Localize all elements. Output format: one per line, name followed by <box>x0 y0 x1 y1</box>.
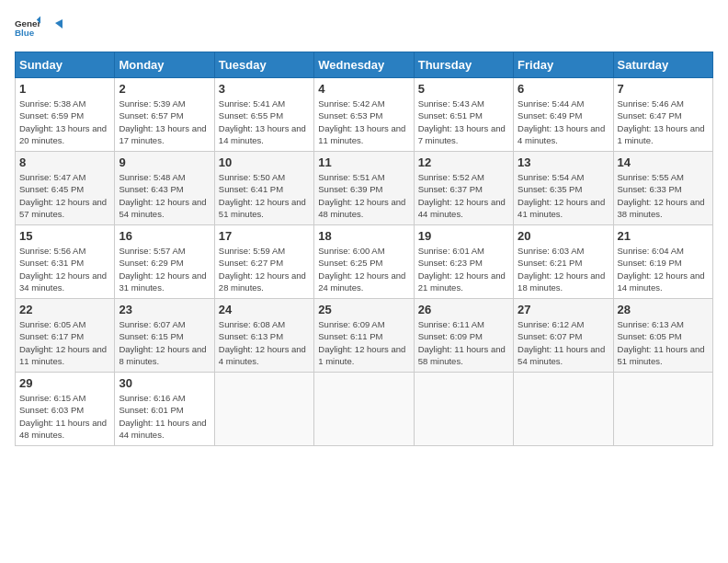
day-cell: 5 Sunrise: 5:43 AM Sunset: 6:51 PM Dayli… <box>414 78 513 152</box>
day-info: Sunrise: 6:13 AM Sunset: 6:05 PM Dayligh… <box>618 318 709 367</box>
header-cell-tuesday: Tuesday <box>214 52 313 78</box>
day-cell: 30 Sunrise: 6:16 AM Sunset: 6:01 PM Dayl… <box>115 373 214 446</box>
day-number: 19 <box>418 229 509 243</box>
day-number: 5 <box>418 82 509 96</box>
day-info: Sunrise: 5:39 AM Sunset: 6:57 PM Dayligh… <box>119 98 210 146</box>
logo-bird-icon <box>46 19 63 36</box>
day-number: 10 <box>219 155 310 169</box>
day-cell: 25 Sunrise: 6:09 AM Sunset: 6:11 PM Dayl… <box>314 299 414 373</box>
day-cell: 8 Sunrise: 5:47 AM Sunset: 6:45 PM Dayli… <box>16 152 115 225</box>
day-cell: 6 Sunrise: 5:44 AM Sunset: 6:49 PM Dayli… <box>514 78 613 152</box>
header-cell-wednesday: Wednesday <box>314 52 414 78</box>
day-info: Sunrise: 5:43 AM Sunset: 6:51 PM Dayligh… <box>418 98 509 146</box>
day-info: Sunrise: 6:11 AM Sunset: 6:09 PM Dayligh… <box>418 318 509 367</box>
day-number: 17 <box>219 229 310 243</box>
day-cell: 17 Sunrise: 5:59 AM Sunset: 6:27 PM Dayl… <box>214 225 313 299</box>
day-cell: 26 Sunrise: 6:11 AM Sunset: 6:09 PM Dayl… <box>414 299 513 373</box>
day-number: 13 <box>518 155 609 169</box>
day-info: Sunrise: 5:46 AM Sunset: 6:47 PM Dayligh… <box>618 98 709 146</box>
day-cell: 12 Sunrise: 5:52 AM Sunset: 6:37 PM Dayl… <box>414 152 513 225</box>
header-row: SundayMondayTuesdayWednesdayThursdayFrid… <box>16 52 713 78</box>
day-info: Sunrise: 6:03 AM Sunset: 6:21 PM Dayligh… <box>518 245 609 293</box>
day-cell: 18 Sunrise: 6:00 AM Sunset: 6:25 PM Dayl… <box>314 225 414 299</box>
day-number: 2 <box>119 82 210 96</box>
day-cell <box>514 373 613 446</box>
svg-text:General: General <box>15 18 40 29</box>
day-cell: 3 Sunrise: 5:41 AM Sunset: 6:55 PM Dayli… <box>214 78 313 152</box>
header: General Blue <box>15 15 713 40</box>
day-cell: 11 Sunrise: 5:51 AM Sunset: 6:39 PM Dayl… <box>314 152 414 225</box>
day-cell: 19 Sunrise: 6:01 AM Sunset: 6:23 PM Dayl… <box>414 225 513 299</box>
day-info: Sunrise: 5:51 AM Sunset: 6:39 PM Dayligh… <box>318 171 409 220</box>
week-row-3: 15 Sunrise: 5:56 AM Sunset: 6:31 PM Dayl… <box>16 225 713 299</box>
day-number: 22 <box>19 303 110 316</box>
day-info: Sunrise: 5:50 AM Sunset: 6:41 PM Dayligh… <box>219 171 310 220</box>
day-number: 11 <box>318 155 409 169</box>
day-number: 29 <box>19 376 110 390</box>
day-number: 30 <box>119 376 210 390</box>
day-number: 1 <box>19 82 110 96</box>
day-cell: 23 Sunrise: 6:07 AM Sunset: 6:15 PM Dayl… <box>115 299 214 373</box>
day-cell: 22 Sunrise: 6:05 AM Sunset: 6:17 PM Dayl… <box>16 299 115 373</box>
day-info: Sunrise: 6:01 AM Sunset: 6:23 PM Dayligh… <box>418 245 509 293</box>
day-cell: 28 Sunrise: 6:13 AM Sunset: 6:05 PM Dayl… <box>613 299 712 373</box>
day-cell <box>414 373 513 446</box>
day-number: 23 <box>119 303 210 316</box>
day-info: Sunrise: 5:41 AM Sunset: 6:55 PM Dayligh… <box>219 98 310 146</box>
day-info: Sunrise: 5:38 AM Sunset: 6:59 PM Dayligh… <box>19 98 110 146</box>
day-number: 3 <box>219 82 310 96</box>
day-number: 25 <box>318 303 409 316</box>
logo-icon: General Blue <box>15 15 40 40</box>
day-number: 24 <box>219 303 310 316</box>
day-number: 8 <box>19 155 110 169</box>
day-info: Sunrise: 5:48 AM Sunset: 6:43 PM Dayligh… <box>119 171 210 220</box>
day-info: Sunrise: 5:55 AM Sunset: 6:33 PM Dayligh… <box>618 171 709 220</box>
day-info: Sunrise: 5:42 AM Sunset: 6:53 PM Dayligh… <box>318 98 409 146</box>
day-cell: 24 Sunrise: 6:08 AM Sunset: 6:13 PM Dayl… <box>214 299 313 373</box>
day-number: 4 <box>318 82 409 96</box>
header-cell-thursday: Thursday <box>414 52 513 78</box>
day-number: 9 <box>119 155 210 169</box>
week-row-5: 29 Sunrise: 6:15 AM Sunset: 6:03 PM Dayl… <box>16 373 713 446</box>
day-cell: 21 Sunrise: 6:04 AM Sunset: 6:19 PM Dayl… <box>613 225 712 299</box>
header-cell-saturday: Saturday <box>613 52 712 78</box>
calendar-table: SundayMondayTuesdayWednesdayThursdayFrid… <box>15 52 713 446</box>
day-cell: 20 Sunrise: 6:03 AM Sunset: 6:21 PM Dayl… <box>514 225 613 299</box>
svg-text:Blue: Blue <box>15 28 35 38</box>
day-cell: 2 Sunrise: 5:39 AM Sunset: 6:57 PM Dayli… <box>115 78 214 152</box>
day-cell <box>214 373 313 446</box>
day-cell <box>613 373 712 446</box>
day-number: 14 <box>618 155 709 169</box>
day-cell: 10 Sunrise: 5:50 AM Sunset: 6:41 PM Dayl… <box>214 152 313 225</box>
day-cell: 7 Sunrise: 5:46 AM Sunset: 6:47 PM Dayli… <box>613 78 712 152</box>
week-row-1: 1 Sunrise: 5:38 AM Sunset: 6:59 PM Dayli… <box>16 78 713 152</box>
logo: General Blue <box>15 15 63 40</box>
day-info: Sunrise: 6:07 AM Sunset: 6:15 PM Dayligh… <box>119 318 210 367</box>
week-row-2: 8 Sunrise: 5:47 AM Sunset: 6:45 PM Dayli… <box>16 152 713 225</box>
header-cell-friday: Friday <box>514 52 613 78</box>
header-cell-monday: Monday <box>115 52 214 78</box>
day-info: Sunrise: 5:59 AM Sunset: 6:27 PM Dayligh… <box>219 245 310 293</box>
day-number: 21 <box>618 229 709 243</box>
day-cell: 27 Sunrise: 6:12 AM Sunset: 6:07 PM Dayl… <box>514 299 613 373</box>
day-number: 6 <box>518 82 609 96</box>
header-cell-sunday: Sunday <box>16 52 115 78</box>
day-info: Sunrise: 5:57 AM Sunset: 6:29 PM Dayligh… <box>119 245 210 293</box>
day-cell: 4 Sunrise: 5:42 AM Sunset: 6:53 PM Dayli… <box>314 78 414 152</box>
day-info: Sunrise: 5:52 AM Sunset: 6:37 PM Dayligh… <box>418 171 509 220</box>
day-cell: 1 Sunrise: 5:38 AM Sunset: 6:59 PM Dayli… <box>16 78 115 152</box>
svg-marker-3 <box>55 19 63 29</box>
day-number: 15 <box>19 229 110 243</box>
day-number: 26 <box>418 303 509 316</box>
day-info: Sunrise: 6:15 AM Sunset: 6:03 PM Dayligh… <box>19 392 110 441</box>
day-number: 28 <box>618 303 709 316</box>
day-number: 12 <box>418 155 509 169</box>
day-info: Sunrise: 5:56 AM Sunset: 6:31 PM Dayligh… <box>19 245 110 293</box>
day-cell: 14 Sunrise: 5:55 AM Sunset: 6:33 PM Dayl… <box>613 152 712 225</box>
day-number: 18 <box>318 229 409 243</box>
week-row-4: 22 Sunrise: 6:05 AM Sunset: 6:17 PM Dayl… <box>16 299 713 373</box>
day-info: Sunrise: 6:04 AM Sunset: 6:19 PM Dayligh… <box>618 245 709 293</box>
day-cell: 29 Sunrise: 6:15 AM Sunset: 6:03 PM Dayl… <box>16 373 115 446</box>
day-cell <box>314 373 414 446</box>
day-number: 20 <box>518 229 609 243</box>
